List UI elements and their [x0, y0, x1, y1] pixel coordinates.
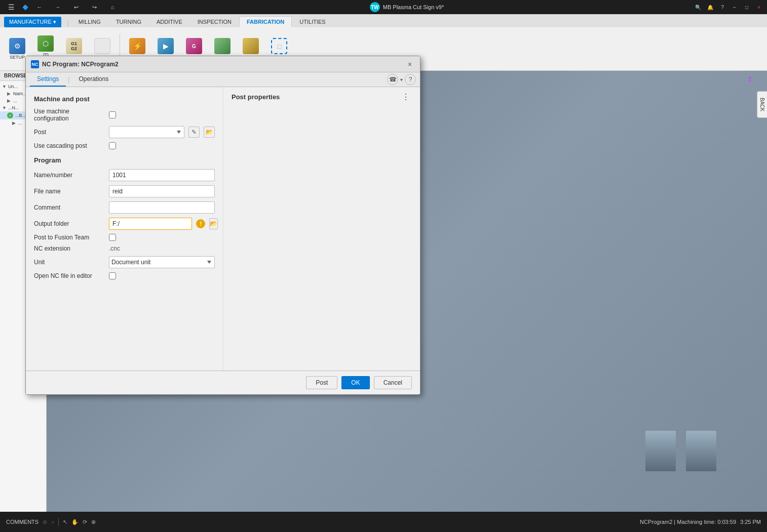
question-icon: ?: [409, 76, 412, 83]
cancel-btn[interactable]: Cancel: [374, 376, 412, 389]
tab-operations[interactable]: Operations: [71, 72, 116, 87]
comments-label: COMMENTS: [6, 519, 39, 525]
status-bar: COMMENTS ⊕ » ↖ ✋ ⟳ ⊕ NCProgram2 | Machin…: [0, 512, 767, 532]
modal-body: Machine and post Use machine configurati…: [26, 87, 420, 371]
add-comment-btn[interactable]: ⊕: [43, 519, 47, 525]
post-props-menu-btn[interactable]: ⋮: [400, 91, 412, 103]
modal-settings-panel: Machine and post Use machine configurati…: [26, 87, 223, 371]
three-dots-icon: ⋮: [402, 93, 410, 101]
unit-label: Unit: [34, 259, 105, 266]
name-number-row: Name/number: [34, 169, 215, 181]
open-nc-file-checkbox[interactable]: [109, 272, 116, 279]
comment-row: Comment: [34, 201, 215, 214]
file-name-row: File name: [34, 185, 215, 197]
status-left: COMMENTS ⊕ » ↖ ✋ ⟳ ⊕: [6, 518, 96, 526]
nc-program-icon: NC: [31, 60, 39, 68]
use-machine-config-label: Use machine configuration: [34, 108, 105, 122]
use-machine-config-row: Use machine configuration: [34, 108, 215, 122]
post-row: Post ✎ 📂: [34, 126, 215, 138]
use-cascading-post-row: Use cascading post: [34, 142, 215, 149]
tab-separator: |: [66, 73, 71, 86]
output-folder-btn[interactable]: 📂: [209, 218, 218, 229]
modal-tab-bar: Settings | Operations ☎ ▾ ?: [26, 72, 420, 87]
post-btn[interactable]: Post: [306, 376, 337, 389]
modal-footer: Post OK Cancel: [26, 371, 420, 394]
folder-browse-icon: 📂: [210, 220, 217, 227]
output-folder-warning-icon: !: [196, 219, 205, 228]
phone-icon: ☎: [389, 76, 397, 83]
post-props-header: Post properties ⋮: [232, 91, 412, 103]
post-properties-panel: Post properties ⋮: [223, 87, 420, 371]
toolbar-hand-icon[interactable]: ✋: [71, 519, 79, 525]
nc-extension-label: NC extension: [34, 245, 105, 252]
unit-select[interactable]: Document unit mm inch: [109, 256, 215, 268]
nc-extension-value: .cnc: [109, 245, 120, 252]
comment-input[interactable]: [109, 201, 215, 214]
warning-symbol: !: [200, 221, 202, 227]
close-icon: ×: [408, 60, 412, 68]
modal-tabs: Settings | Operations: [30, 72, 116, 87]
phone-icon-btn[interactable]: ☎: [387, 74, 398, 85]
machine-post-section-title: Machine and post: [34, 95, 215, 103]
post-dropdown[interactable]: [109, 126, 184, 138]
post-fusion-label: Post to Fusion Team: [34, 234, 105, 241]
pencil-icon: ✎: [191, 129, 197, 136]
post-fusion-checkbox[interactable]: [109, 234, 116, 241]
toolbar-zoom-icon[interactable]: ⊕: [91, 519, 96, 525]
modal-header-actions: ☎ ▾ ?: [387, 74, 416, 85]
file-name-input[interactable]: [109, 185, 215, 197]
modal-titlebar: NC NC Program: NCProgram2 ×: [26, 56, 420, 72]
unit-row: Unit Document unit mm inch: [34, 256, 215, 268]
machining-time: NCProgram2 | Machining time: 0:03:59: [640, 519, 736, 525]
toolbar-orbit-icon[interactable]: ⟳: [83, 519, 87, 525]
post-props-title: Post properties: [232, 93, 280, 101]
program-section-title: Program: [34, 156, 215, 164]
open-nc-file-row: Open NC file in editor: [34, 272, 215, 279]
file-name-label: File name: [34, 188, 105, 195]
ok-btn[interactable]: OK: [341, 376, 369, 389]
status-divider: [58, 518, 59, 526]
output-folder-input[interactable]: [109, 218, 192, 230]
output-folder-row: Output folder ! 📂: [34, 218, 215, 230]
output-folder-label: Output folder: [34, 220, 105, 227]
post-edit-btn[interactable]: ✎: [188, 127, 200, 138]
help-icon-btn[interactable]: ?: [405, 74, 416, 85]
use-cascading-post-label: Use cascading post: [34, 142, 105, 149]
name-number-input[interactable]: [109, 169, 215, 181]
modal-close-btn[interactable]: ×: [405, 59, 415, 69]
tab-settings[interactable]: Settings: [30, 72, 66, 87]
modal-title-left: NC NC Program: NCProgram2: [31, 60, 119, 68]
post-fusion-row: Post to Fusion Team: [34, 234, 215, 241]
clock-time: 3:25 PM: [740, 519, 761, 525]
use-machine-config-checkbox[interactable]: [109, 111, 116, 118]
post-label: Post: [34, 129, 105, 136]
open-nc-file-label: Open NC file in editor: [34, 272, 105, 279]
nc-program-modal: NC NC Program: NCProgram2 × Settings | O…: [25, 56, 420, 395]
chevron-icon: ▾: [400, 77, 403, 83]
status-right: NCProgram2 | Machining time: 0:03:59 3:2…: [640, 519, 761, 525]
comment-label: Comment: [34, 204, 105, 211]
toolbar-cursor-icon[interactable]: ↖: [63, 519, 67, 525]
modal-overlay: NC NC Program: NCProgram2 × Settings | O…: [0, 0, 767, 532]
post-folder-btn[interactable]: 📂: [204, 127, 215, 138]
use-cascading-post-checkbox[interactable]: [109, 142, 116, 149]
nc-extension-row: NC extension .cnc: [34, 245, 215, 252]
folder-icon: 📂: [206, 129, 213, 136]
modal-title: NC Program: NCProgram2: [42, 61, 119, 68]
comments-expand-btn[interactable]: »: [51, 519, 54, 525]
name-number-label: Name/number: [34, 172, 105, 179]
